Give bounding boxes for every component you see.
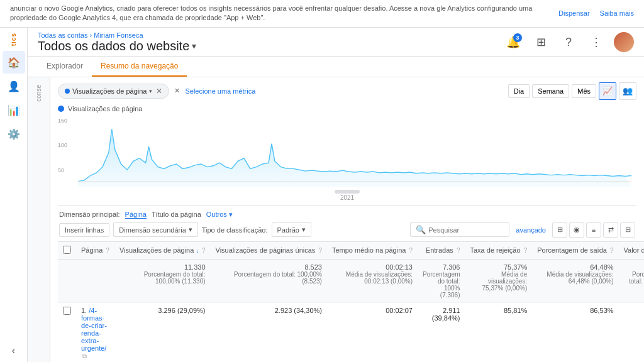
notification-badge: 3 [513, 33, 522, 42]
chart-legend-label: Visualizações de página [68, 105, 142, 112]
header-right: 🔔 3 ⊞ ? ⋮ [503, 32, 634, 52]
inner-layout: conse Visualizações de página ▾ ✕ ✕ Sele… [28, 77, 644, 362]
chart-legend: Visualizações de página [58, 105, 636, 112]
grid-icon[interactable]: ⊞ [531, 32, 551, 52]
compare-view-button[interactable]: ⇄ [603, 222, 618, 238]
advanced-link[interactable]: avançado [516, 226, 546, 234]
table-header-row: Página ? Visualizações de página ↓ ? Vis… [58, 241, 644, 259]
sort-arrow: ▾ [302, 226, 306, 234]
banner-text: anunciar o novo Google Analytics, criado… [10, 4, 558, 23]
th-avg-time: Tempo médio na página ? [327, 241, 418, 259]
y-axis-100: 100 [58, 142, 77, 148]
row1-external-icon[interactable]: ⧉ [82, 353, 87, 359]
sidebar-item-chart[interactable]: 📊 [3, 99, 25, 121]
row1-unique-cell: 2.923 (34,30%) [211, 302, 327, 362]
row1-exit-cell: 86,53% [532, 302, 618, 362]
dimension-page-link[interactable]: Página [125, 211, 147, 219]
data-table: Página ? Visualizações de página ↓ ? Vis… [58, 241, 644, 362]
total-entrances-cell: 7.306 Porcentagem do total: 100% (7.306) [418, 259, 465, 302]
main-content: Visualizações de página ▾ ✕ ✕ Selecione … [50, 77, 644, 362]
th-entrances: Entradas ? [418, 241, 465, 259]
pie-view-button[interactable]: ◉ [569, 222, 584, 238]
top-banner: anunciar o novo Google Analytics, criado… [0, 0, 644, 28]
page-header: Todas as contas › Miriam Fonseca Todos o… [28, 28, 644, 57]
breadcrumb[interactable]: Todas as contas › Miriam Fonseca [38, 31, 196, 39]
sort-type-select[interactable]: Padrão ▾ [272, 222, 311, 237]
row1-bounce-cell: 85,81% [465, 302, 532, 362]
sidebar-item-home[interactable]: 🏠 [3, 51, 25, 74]
secondary-dimension-select[interactable]: Dimensão secundária ▾ [113, 222, 197, 237]
more-icon[interactable]: ⋮ [586, 32, 606, 52]
th-page-help-icon[interactable]: ? [106, 247, 109, 254]
metric-dropdown-icon: ▾ [149, 88, 152, 94]
insert-lines-button[interactable]: Inserir linhas [59, 223, 109, 237]
metric-label: Visualizações de página [72, 87, 147, 95]
dimension-others-dropdown[interactable]: Outros ▾ [206, 211, 233, 219]
row1-num: 1. [81, 307, 87, 314]
month-button[interactable]: Mês [572, 84, 596, 98]
main-layout: tics 🏠 👤 📊 ⚙️ ‹ Todas as contas › Miriam… [0, 28, 644, 362]
bar-view-button[interactable]: ≡ [586, 222, 601, 238]
dimension-label: Dimensão principal: [59, 211, 120, 218]
content-area: Todas as contas › Miriam Fonseca Todos o… [28, 28, 644, 362]
total-label-cell [76, 259, 114, 302]
sidebar: tics 🏠 👤 📊 ⚙️ ‹ [0, 28, 28, 362]
tab-resumo[interactable]: Resumo da navegação [92, 57, 187, 77]
search-box: 🔍 [410, 222, 509, 237]
notification-icon[interactable]: 🔔 3 [503, 32, 523, 52]
table-view-button[interactable]: ⊞ [552, 222, 567, 238]
pivot-view-button[interactable]: ⊟ [620, 222, 635, 238]
chart-svg-area [78, 118, 631, 187]
total-unique-cell: 8.523 Porcentagem do total: 100,00% (8.5… [211, 259, 327, 302]
th-exit-help-icon[interactable]: ? [610, 247, 614, 254]
sidebar-collapse-button[interactable]: ‹ [3, 339, 25, 362]
total-pageviews-cell: 11.330 Porcentagem do total: 100,00% (11… [114, 259, 211, 302]
secondary-dim-arrow: ▾ [189, 226, 192, 234]
page-title-dropdown-icon[interactable]: ▾ [192, 41, 196, 51]
sidebar-item-settings[interactable]: ⚙️ [3, 123, 25, 145]
total-row: 11.330 Porcentagem do total: 100,00% (11… [58, 259, 644, 302]
th-pageviews-help-icon[interactable]: ? [202, 247, 206, 254]
header-left: Todas as contas › Miriam Fonseca Todos o… [38, 31, 196, 53]
row1-checkbox[interactable] [63, 307, 71, 315]
row1-pageviews-cell: 3.296 (29,09%) [114, 302, 211, 362]
row1-checkbox-cell [58, 302, 76, 362]
chart-container: Visualizações de página 150 100 50 [58, 105, 636, 206]
chart-y-axis: 150 100 50 [58, 118, 77, 192]
table-row: 1. /4-formas-de-criar-renda-extra-urgent… [58, 302, 644, 362]
th-pageviews-sort-icon[interactable]: ↓ [196, 248, 199, 254]
row1-avg-time-cell: 00:02:07 [327, 302, 418, 362]
search-input[interactable] [428, 226, 504, 234]
help-icon[interactable]: ? [558, 32, 579, 52]
time-controls: Dia Semana Mês 📈 👥 [508, 82, 636, 100]
table-toolbar: Inserir linhas Dimensão secundária ▾ Tip… [58, 222, 636, 238]
dimension-title-link[interactable]: Título da página [152, 211, 201, 218]
page-title: Todos os dados do website [38, 39, 189, 53]
day-button[interactable]: Dia [508, 84, 530, 98]
bar-chart-button[interactable]: 👥 [619, 82, 636, 100]
th-bounce-help-icon[interactable]: ? [524, 247, 528, 254]
learn-more-link[interactable]: Saiba mais [600, 9, 634, 17]
dismiss-link[interactable]: Dispensar [558, 9, 590, 17]
chart-scrollbar[interactable] [335, 190, 360, 194]
line-chart-button[interactable]: 📈 [599, 82, 616, 100]
select-all-checkbox[interactable] [63, 246, 71, 254]
banner-actions: Dispensar Saiba mais [558, 9, 634, 17]
avatar[interactable] [614, 32, 634, 52]
svg-marker-0 [78, 129, 631, 187]
metric-close-icon[interactable]: ✕ [156, 87, 162, 96]
week-button[interactable]: Semana [532, 84, 569, 98]
search-icon: 🔍 [416, 225, 426, 234]
sidebar-logo: tics [10, 33, 17, 46]
th-avg-time-help-icon[interactable]: ? [409, 247, 413, 254]
metric-chip-pageviews[interactable]: Visualizações de página ▾ ✕ [58, 84, 169, 99]
sidebar-item-user[interactable]: 👤 [3, 75, 25, 97]
add-metric-button[interactable]: Selecione uma métrica [185, 87, 255, 95]
row1-entrances-cell: 2.911 (39,84%) [418, 302, 465, 362]
row1-value-cell: US$ 0,00 (0,00%) [619, 302, 644, 362]
th-entrances-help-icon[interactable]: ? [457, 247, 460, 254]
th-page-value: Valor da página ? [619, 241, 644, 259]
total-exit-cell: 64,48% Média de visualizações: 64,48% (0… [532, 259, 618, 302]
th-unique-help-icon[interactable]: ? [318, 247, 322, 254]
tab-explorador[interactable]: Explorador [38, 57, 92, 77]
